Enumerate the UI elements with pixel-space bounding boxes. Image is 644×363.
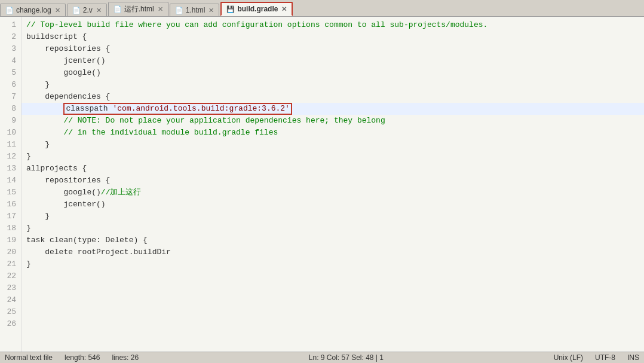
- tab-close-2v[interactable]: ✕: [96, 7, 102, 14]
- tab-buildgradle[interactable]: 💾build.gradle✕: [220, 2, 293, 16]
- line-number-9: 9: [5, 115, 16, 127]
- status-lineending: Unix (LF): [554, 353, 583, 362]
- code-line-23: task clean(type: Delete) {: [22, 234, 644, 246]
- code-line-19: jcenter(): [22, 199, 644, 211]
- code-comment-1: // Top-level build file where you can ad…: [26, 19, 487, 31]
- code-line-14: }: [22, 151, 644, 163]
- tab-label-changelog: change.log: [16, 6, 51, 14]
- line-number-26: 26: [5, 318, 16, 330]
- line-number-18: 18: [5, 222, 16, 234]
- code-line-18: google()//加上这行: [22, 187, 644, 199]
- code-line-24: delete rootProject.buildDir: [22, 246, 644, 258]
- line-number-5: 5: [5, 67, 16, 79]
- tab-icon-buildgradle: 💾: [226, 5, 235, 13]
- code-line-5: jcenter(): [22, 55, 644, 67]
- code-comment-11: // NOTE: Do not place your application d…: [26, 115, 385, 127]
- line-number-15: 15: [5, 187, 16, 199]
- code-line-6: google(): [22, 67, 644, 79]
- code-line-17: repositories {: [22, 175, 644, 187]
- status-bar: Normal text file length: 546 lines: 26 L…: [0, 352, 644, 363]
- code-content[interactable]: // Top-level build file where you can ad…: [22, 17, 644, 352]
- status-insert: INS: [627, 353, 639, 362]
- code-line-8: dependencies {: [22, 91, 644, 103]
- line-number-14: 14: [5, 175, 16, 187]
- line-number-16: 16: [5, 199, 16, 211]
- tab-close-changelog[interactable]: ✕: [55, 7, 60, 14]
- code-line-11: // NOTE: Do not place your application d…: [22, 115, 644, 127]
- tab-icon-1html: 📄: [175, 7, 183, 14]
- line-number-25: 25: [5, 306, 16, 318]
- code-line-1: // Top-level build file where you can ad…: [22, 19, 644, 31]
- code-line-7: }: [22, 79, 644, 91]
- line-number-19: 19: [5, 234, 16, 246]
- line-number-4: 4: [5, 55, 16, 67]
- tab-label-buildgradle: build.gradle: [237, 5, 278, 13]
- tab-1html[interactable]: 📄1.html✕: [170, 4, 220, 16]
- line-number-1: 1: [5, 19, 16, 31]
- code-comment-12: // in the individual module build.gradle…: [26, 127, 278, 139]
- code-line-16: allprojects {: [22, 163, 644, 175]
- line-number-13: 13: [5, 163, 16, 175]
- tab-close-buildgradle[interactable]: ✕: [281, 5, 287, 13]
- code-line-9: classpath 'com.android.tools.build:gradl…: [22, 103, 644, 115]
- line-number-23: 23: [5, 282, 16, 294]
- tab-label-2v: 2.v: [83, 6, 93, 14]
- tab-yunxing[interactable]: 📄运行.html✕: [108, 2, 168, 16]
- tab-bar: 📄change.log✕📄2.v✕📄运行.html✕📄1.html✕💾build…: [0, 0, 644, 17]
- code-line-25: }: [22, 258, 644, 270]
- line-number-7: 7: [5, 91, 16, 103]
- tab-changelog[interactable]: 📄change.log✕: [0, 4, 66, 16]
- line-number-20: 20: [5, 246, 16, 258]
- status-lines: lines: 26: [112, 353, 139, 362]
- code-line-3: buildscript {: [22, 31, 644, 43]
- line-number-8: 8: [5, 103, 16, 115]
- tab-2v[interactable]: 📄2.v✕: [67, 4, 107, 16]
- tab-icon-2v: 📄: [72, 7, 81, 14]
- tab-icon-changelog: 📄: [5, 7, 14, 14]
- code-line-20: }: [22, 211, 644, 222]
- tab-close-yunxing[interactable]: ✕: [158, 5, 163, 13]
- tab-icon-yunxing: 📄: [114, 5, 122, 13]
- line-number-2: 2: [5, 31, 16, 43]
- line-number-10: 10: [5, 127, 16, 139]
- line-number-6: 6: [5, 79, 16, 91]
- code-line-4: repositories {: [22, 43, 644, 55]
- code-line-12: // in the individual module build.gradle…: [22, 127, 644, 139]
- code-line-13: }: [22, 139, 644, 151]
- status-encoding: UTF-8: [595, 353, 615, 362]
- line-number-12: 12: [5, 151, 16, 163]
- status-length: length: 546: [65, 353, 100, 362]
- tab-close-1html[interactable]: ✕: [208, 7, 214, 14]
- line-number-3: 3: [5, 43, 16, 55]
- line-number-22: 22: [5, 270, 16, 282]
- tab-label-1html: 1.html: [186, 6, 206, 14]
- line-number-17: 17: [5, 211, 16, 222]
- line-numbers: 1234567891011121314151617181920212223242…: [0, 17, 22, 352]
- line-number-24: 24: [5, 294, 16, 306]
- code-line-21: }: [22, 222, 644, 234]
- tab-label-yunxing: 运行.html: [124, 4, 154, 14]
- highlight-classpath: classpath 'com.android.tools.build:gradl…: [63, 103, 292, 115]
- status-cursor: Ln: 9 Col: 57 Sel: 48 | 1: [309, 353, 384, 362]
- line-number-11: 11: [5, 139, 16, 151]
- editor-area: 1234567891011121314151617181920212223242…: [0, 17, 644, 352]
- line-number-21: 21: [5, 258, 16, 270]
- status-mode: Normal text file: [5, 353, 53, 362]
